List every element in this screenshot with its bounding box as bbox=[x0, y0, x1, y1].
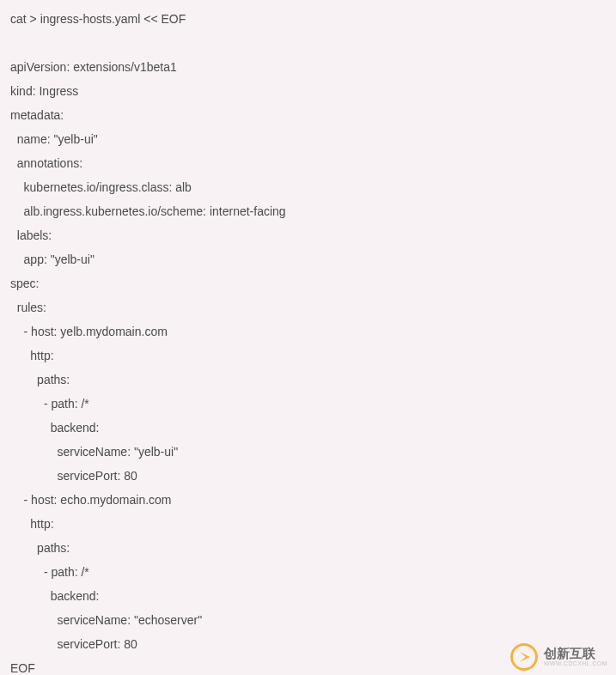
code-line: - path: /* bbox=[10, 560, 606, 584]
code-line: backend: bbox=[10, 584, 606, 608]
code-line: alb.ingress.kubernetes.io/scheme: intern… bbox=[10, 199, 606, 223]
code-line: kind: Ingress bbox=[10, 79, 606, 103]
code-line: servicePort: 80 bbox=[10, 464, 606, 488]
code-line: spec: bbox=[10, 271, 606, 295]
code-line: rules: bbox=[10, 295, 606, 319]
code-line: annotations: bbox=[10, 151, 606, 175]
code-line: name: "yelb-ui" bbox=[10, 127, 606, 151]
code-line: paths: bbox=[10, 368, 606, 392]
code-line: labels: bbox=[10, 223, 606, 247]
watermark-logo-icon bbox=[509, 642, 539, 672]
watermark-text: 创新互联 WWW.CDCXHL.COM bbox=[544, 647, 607, 666]
watermark-main: 创新互联 bbox=[544, 647, 607, 660]
code-line: app: "yelb-ui" bbox=[10, 247, 606, 271]
code-line: kubernetes.io/ingress.class: alb bbox=[10, 175, 606, 199]
svg-point-0 bbox=[512, 645, 537, 670]
code-line: - host: echo.mydomain.com bbox=[10, 488, 606, 512]
code-line: http: bbox=[10, 344, 606, 368]
code-line: - host: yelb.mydomain.com bbox=[10, 319, 606, 344]
watermark-sub: WWW.CDCXHL.COM bbox=[544, 660, 607, 666]
code-line: backend: bbox=[10, 416, 606, 440]
code-line: paths: bbox=[10, 536, 606, 560]
code-line: - path: /* bbox=[10, 392, 606, 416]
code-line: metadata: bbox=[10, 103, 606, 127]
code-line: serviceName: "yelb-ui" bbox=[10, 440, 606, 464]
code-line: serviceName: "echoserver" bbox=[10, 608, 606, 632]
code-block: cat > ingress-hosts.yaml << EOF apiVersi… bbox=[10, 7, 606, 675]
code-line: http: bbox=[10, 512, 606, 536]
code-line: apiVersion: extensions/v1beta1 bbox=[10, 55, 606, 79]
code-line: cat > ingress-hosts.yaml << EOF bbox=[10, 7, 606, 31]
code-line bbox=[10, 31, 606, 55]
watermark: 创新互联 WWW.CDCXHL.COM bbox=[509, 642, 607, 672]
